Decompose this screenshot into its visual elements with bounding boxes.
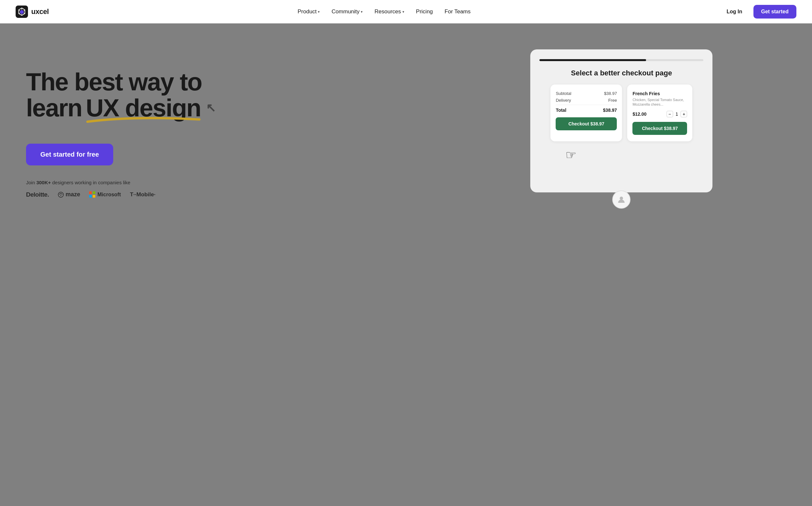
checkout-options: Subtotal $38.97 Delivery Free Total $38.… [539, 84, 703, 141]
brand-logos: Deloitte. maze Microsoft T··Mobile [26, 191, 444, 198]
maze-logo: maze [58, 191, 80, 198]
checkout-option-2[interactable]: French Fries Chicken, Special Tomato Sau… [627, 84, 692, 141]
progress-bar [539, 59, 703, 61]
navbar: uxcel Product ▾ Community ▾ Resources ▾ … [0, 0, 812, 23]
microsoft-logo: Microsoft [89, 191, 121, 198]
hero-cta-button[interactable]: Get started for free [26, 144, 113, 165]
checkout-card: Select a better checkout page Subtotal $… [530, 50, 713, 192]
checkout-title: Select a better checkout page [539, 69, 703, 77]
food-qty: − 1 + [667, 111, 687, 117]
progress-fill [539, 59, 646, 61]
microsoft-icon [89, 191, 96, 198]
cursor-design-icon: ↖ [206, 102, 215, 114]
food-price: $12.00 [632, 111, 647, 117]
delivery-row: Delivery Free [556, 98, 617, 103]
hero-visual: Select a better checkout page Subtotal $… [457, 43, 786, 192]
svg-point-3 [620, 197, 623, 200]
nav-product[interactable]: Product ▾ [292, 6, 325, 17]
checkout-btn-2[interactable]: Checkout $38.97 [632, 122, 687, 135]
logo-text: uxcel [31, 7, 49, 16]
hero-title-line2: learn UX design ↖ [26, 95, 444, 121]
get-started-button[interactable]: Get started [753, 5, 796, 18]
tmobile-logo: T··Mobile· [130, 191, 155, 198]
nav-community[interactable]: Community ▾ [326, 6, 368, 17]
hero-underline-text: UX design [86, 95, 201, 121]
food-price-row: $12.00 − 1 + [632, 111, 687, 117]
hero-title-line1: The best way to [26, 69, 444, 95]
user-avatar [612, 190, 630, 208]
logo-icon [16, 6, 28, 18]
login-button[interactable]: Log In [720, 6, 750, 18]
checkout-btn-1[interactable]: Checkout $38.97 [556, 117, 617, 130]
hand-cursor-icon: ☞ [539, 148, 703, 162]
total-row: Total $38.97 [556, 105, 617, 113]
nav-menu: Product ▾ Community ▾ Resources ▾ Pricin… [292, 6, 476, 17]
subtotal-row: Subtotal $38.97 [556, 91, 617, 96]
community-chevron-icon: ▾ [361, 10, 363, 14]
nav-pricing[interactable]: Pricing [411, 6, 438, 17]
main-content: The best way to learn UX design ↖ Get st… [0, 23, 812, 506]
user-icon [617, 195, 626, 204]
checkout-option-1[interactable]: Subtotal $38.97 Delivery Free Total $38.… [550, 84, 622, 141]
product-chevron-icon: ▾ [318, 10, 320, 14]
social-proof-text: Join 300K+ designers working in companie… [26, 180, 444, 185]
qty-decrease-btn[interactable]: − [667, 111, 673, 117]
hero-section: The best way to learn UX design ↖ Get st… [26, 43, 444, 198]
nav-actions: Log In Get started [720, 5, 796, 18]
food-name: French Fries [632, 91, 687, 96]
logo[interactable]: uxcel [16, 6, 49, 18]
resources-chevron-icon: ▾ [402, 10, 404, 14]
qty-increase-btn[interactable]: + [681, 111, 687, 117]
food-desc: Chicken, Special Tomato Sauce, Mozzarell… [632, 97, 687, 107]
nav-for-teams[interactable]: For Teams [439, 6, 476, 17]
nav-resources[interactable]: Resources ▾ [369, 6, 409, 17]
deloitte-logo: Deloitte. [26, 191, 49, 198]
maze-icon [58, 192, 64, 197]
hero-title: The best way to learn UX design ↖ [26, 69, 444, 121]
underline-decoration [86, 116, 201, 123]
